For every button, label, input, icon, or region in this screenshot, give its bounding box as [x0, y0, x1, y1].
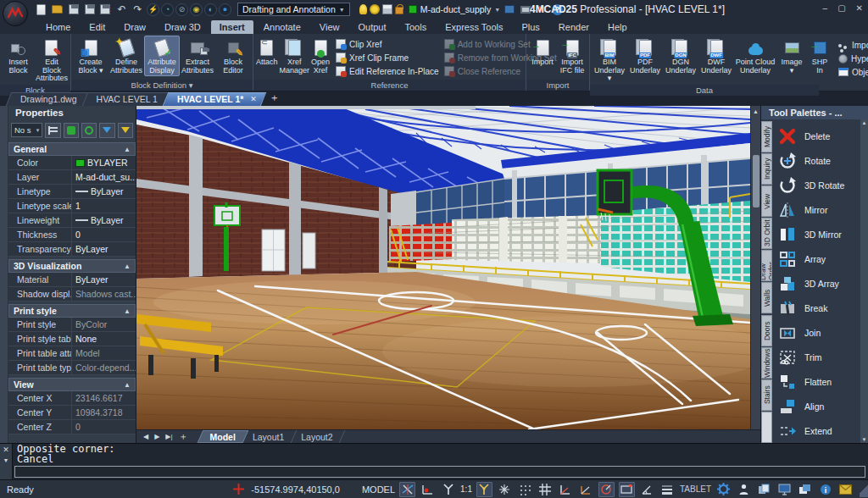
tool-rotate[interactable]: Rotate [778, 148, 860, 173]
group-label-reference[interactable]: Reference [253, 80, 526, 91]
ribbon-tab-edit[interactable]: Edit [81, 20, 114, 34]
polar-tracking-icon[interactable] [578, 482, 594, 497]
object-button[interactable]: Object [838, 65, 868, 79]
layer-thaw-icon[interactable] [370, 4, 380, 14]
dgn-underlay-button[interactable]: DGN DGN Underlay [663, 36, 698, 76]
property-value[interactable]: ByLayer [71, 185, 136, 198]
model-space-toggle[interactable]: MODEL [362, 484, 395, 495]
palette-tab-draw-order[interactable]: Draw Order [761, 250, 772, 281]
scroll-up-icon[interactable]: ▲ [751, 106, 761, 116]
section-header[interactable]: 3D Visualization▲ [8, 259, 136, 273]
edit-block-attributes-button[interactable]: ✎ Edit Block Attributes [35, 36, 69, 85]
ribbon-tab-plus[interactable]: Plus [513, 20, 548, 34]
close-command-icon[interactable]: ✕ [3, 445, 9, 454]
palette-tab-windows[interactable]: Windows [761, 347, 772, 379]
property-value[interactable]: ByColor [71, 318, 136, 331]
drawing-viewport[interactable]: ▲ ◀▶▶|＋ ModelLayout1Layout2 [136, 106, 760, 443]
resize-grip[interactable] [860, 482, 868, 497]
minimize-button[interactable]: – [823, 3, 828, 13]
property-value[interactable]: 0 [71, 228, 136, 241]
viewport-scrollbar[interactable]: ▲ [750, 106, 760, 429]
layers-icon[interactable] [382, 4, 392, 14]
ribbon-tab-express-tools[interactable]: Express Tools [437, 20, 511, 34]
lamp-icon[interactable]: ◉ [190, 3, 203, 16]
tool-join[interactable]: Join [778, 320, 860, 345]
tool-3d-mirror[interactable]: 3D Mirror [778, 222, 860, 246]
close-reference-button[interactable]: Close Reference [444, 64, 557, 78]
settings-gear-icon[interactable] [715, 482, 732, 497]
layout-tab-model[interactable]: Model [200, 430, 246, 443]
annotation-person-icon[interactable] [736, 482, 752, 497]
coordinates-readout[interactable]: -51574.9974,40150,0 [251, 484, 340, 495]
close-file-icon[interactable]: × [98, 3, 113, 17]
ucs-icon[interactable] [440, 482, 456, 497]
xref-clip-frame-button[interactable]: Xref Clip Frame [336, 51, 439, 64]
document-tab-drawing1-dwg[interactable]: Drawing1.dwg [8, 92, 89, 106]
palette-grip[interactable] [0, 106, 8, 443]
ribbon-tab-annotate[interactable]: Annotate [255, 20, 309, 34]
define-attributes-button[interactable]: ✦ Define Attributes [108, 36, 144, 76]
close-button[interactable]: ✕ [856, 3, 863, 13]
ribbon-tab-home[interactable]: Home [37, 20, 79, 34]
tablet-toggle[interactable]: TABLET [680, 484, 711, 494]
save-as-icon[interactable] [82, 3, 97, 17]
scale-indicator[interactable]: 1:1 [460, 484, 472, 494]
property-value[interactable]: 10984.3718 [71, 406, 136, 419]
select-objects-icon[interactable] [64, 123, 79, 138]
layout-tab-layout2[interactable]: Layout2 [291, 430, 342, 443]
shp-in-button[interactable]: → SHP In [807, 36, 832, 76]
lightning-icon[interactable]: ⚡ [147, 3, 159, 16]
close-tab-icon[interactable]: ✕ [250, 95, 257, 103]
section-header[interactable]: View▲ [8, 378, 136, 391]
property-value[interactable]: 1 [71, 199, 136, 213]
attach-button[interactable]: ⊂ Attach [255, 36, 279, 69]
toggle-pickadd-icon[interactable] [81, 123, 97, 138]
draft-mode-icon[interactable] [399, 482, 415, 497]
property-value[interactable]: 0 [71, 420, 136, 434]
point-grid-icon[interactable] [517, 482, 533, 497]
palette-tab-doors[interactable]: Doors [761, 315, 772, 346]
pdf-underlay-button[interactable]: PDF PDF Underlay [627, 36, 663, 76]
document-tab-hvac-level-1[interactable]: HVAC LEVEL 1*✕ [165, 92, 264, 106]
palette-scrollbar[interactable]: ▲▼ [860, 119, 868, 443]
tool-3d-array[interactable]: 3D Array [778, 271, 860, 296]
group-label-import[interactable]: Import [526, 80, 589, 91]
tool-3d-rotate[interactable]: 3D Rotate [778, 173, 860, 197]
ribbon-tab-draw[interactable]: Draw [115, 20, 154, 34]
redo-icon[interactable]: ↷ [131, 3, 145, 17]
property-value[interactable]: ByLayer [71, 242, 136, 256]
point-cloud-underlay-button[interactable]: Point Cloud Underlay [734, 36, 776, 76]
import-ifc-button[interactable]: IFC→ Import IFC file [557, 36, 587, 76]
new-file-icon[interactable] [34, 3, 48, 17]
tool-trim[interactable]: Trim [778, 345, 860, 369]
cascade-windows-icon[interactable] [797, 482, 813, 497]
scroll-thumb[interactable] [753, 155, 760, 208]
layer-dropdown[interactable]: M-ad-duct_supply ▼ [409, 4, 500, 14]
tool-align[interactable]: Align [778, 394, 860, 418]
clip-xref-button[interactable]: Clip Xref [336, 37, 439, 51]
property-value[interactable]: 23146.6617 [71, 391, 136, 405]
import-points-button[interactable]: Import Points [838, 38, 868, 52]
dynamic-input-icon[interactable] [619, 482, 635, 497]
save-icon[interactable] [66, 3, 81, 17]
lineweight-icon[interactable] [659, 482, 676, 497]
hyperlink-button[interactable]: Hyperlink [838, 52, 868, 65]
render-canvas[interactable] [136, 106, 750, 429]
palette-tab-walls[interactable]: Walls [761, 282, 772, 313]
tool-break[interactable]: Break [778, 296, 860, 320]
palette-tab-stairs[interactable]: Stairs [761, 379, 772, 411]
bim-underlay-button[interactable]: BIM BIM Underlay ▾ [592, 36, 627, 85]
clock-icon[interactable]: ◔ [161, 3, 174, 16]
collapse-icon[interactable]: ▲ [124, 263, 131, 270]
property-value[interactable]: None [71, 332, 136, 346]
layer-on-icon[interactable] [359, 4, 367, 14]
layout-nav-arrows[interactable]: ◀▶▶|＋ [143, 433, 188, 440]
property-value[interactable]: Shadows cast... [71, 287, 136, 301]
property-value[interactable]: Color-depend... [71, 361, 136, 374]
tool-extend[interactable]: Extend [778, 418, 860, 443]
tool-mirror[interactable]: Mirror [778, 197, 860, 222]
ribbon-tab-output[interactable]: Output [349, 20, 394, 34]
property-value[interactable]: BYLAYER [71, 156, 136, 169]
palette-tab-modify[interactable]: Modify [761, 121, 772, 152]
ribbon-tab-tools[interactable]: Tools [396, 20, 435, 34]
